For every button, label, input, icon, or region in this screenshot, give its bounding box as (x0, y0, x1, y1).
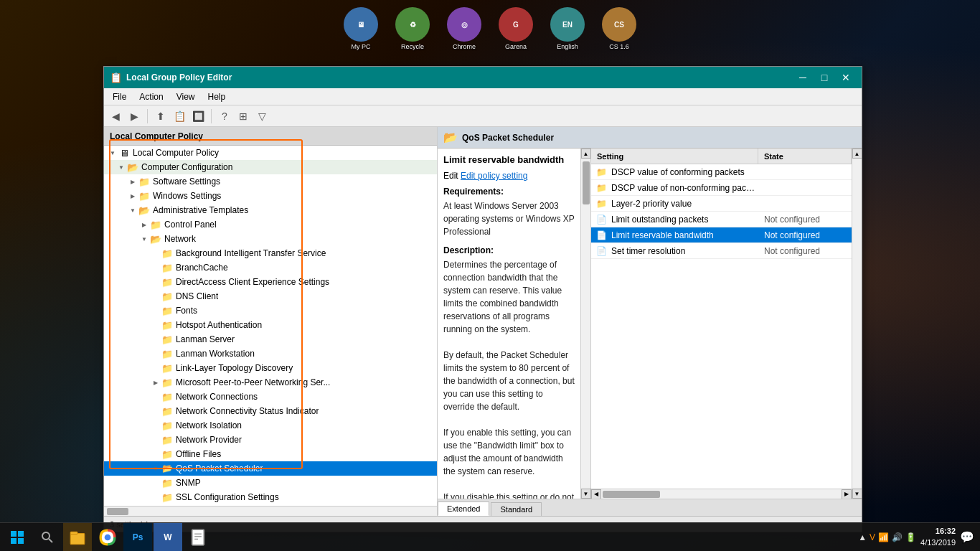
forward-button[interactable]: ▶ (126, 108, 143, 125)
policy-setting-link[interactable]: Edit policy setting (461, 171, 527, 181)
hscroll-right[interactable]: ▶ (842, 489, 852, 499)
dock-icon-english[interactable]: EN English (545, 6, 590, 52)
start-button[interactable] (0, 523, 34, 551)
tree-node-fonts[interactable]: Fonts (104, 303, 437, 318)
setting-row-dscp-conform[interactable]: 📁 DSCP value of conforming packets (591, 164, 852, 180)
taskbar-app-chrome[interactable] (93, 523, 122, 552)
settings-scroll-up[interactable]: ▲ (852, 149, 862, 159)
menu-view[interactable]: View (171, 90, 201, 103)
expander-ssl[interactable] (150, 491, 161, 503)
tree-node-cc[interactable]: ▼ Computer Configuration (104, 160, 437, 174)
tab-extended[interactable]: Extended (438, 501, 489, 516)
taskbar-app-photoshop[interactable]: Ps (123, 523, 152, 552)
setting-row-timer[interactable]: 📄 Set timer resolution Not configured (591, 243, 852, 259)
setting-row-limit-outstanding[interactable]: 📄 Limit outstanding packets Not configur… (591, 212, 852, 227)
expander-ws[interactable]: ▶ (127, 190, 138, 202)
settings-vscroll[interactable]: ▲ ▼ (852, 149, 862, 499)
menu-help[interactable]: Help (202, 90, 232, 103)
settings-scroll-down[interactable]: ▼ (852, 489, 862, 499)
expander-cp[interactable]: ▶ (138, 219, 150, 230)
expander-hotspot[interactable] (150, 319, 161, 331)
tree-node-ssl[interactable]: SSL Configuration Settings (104, 490, 437, 504)
expander-msp2p[interactable]: ▶ (150, 377, 161, 388)
filter-button[interactable]: ▽ (253, 108, 270, 125)
tree-content[interactable]: ▼ Local Computer Policy ▼ Computer Confi… (104, 146, 437, 506)
tab-standard[interactable]: Standard (491, 502, 542, 516)
expander-bits[interactable] (150, 248, 161, 259)
expander-lanwrk[interactable] (150, 348, 161, 359)
tree-node-bits[interactable]: Background Intelligent Transfer Service (104, 246, 437, 260)
tree-hscroll[interactable] (104, 506, 437, 516)
tree-node-hotspot[interactable]: Hotspot Authentication (104, 318, 437, 332)
menu-file[interactable]: File (107, 90, 132, 103)
tree-node-at[interactable]: ▼ Administrative Templates (104, 203, 437, 217)
setting-row-dscp-nonconform[interactable]: 📁 DSCP value of non-conforming packets (591, 180, 852, 196)
tree-node-netprov[interactable]: Network Provider (104, 433, 437, 447)
expander-cc[interactable]: ▼ (116, 161, 127, 173)
expander-netconn[interactable] (150, 391, 161, 402)
notification-icon[interactable]: 💬 (960, 530, 974, 544)
tree-node-lansvr[interactable]: Lanman Server (104, 332, 437, 347)
tree-node-da[interactable]: DirectAccess Client Experience Settings (104, 275, 437, 289)
expander-qos[interactable]: ▼ (150, 463, 161, 474)
tree-node-offline[interactable]: Offline Files (104, 447, 437, 461)
dock-icon-garena[interactable]: G Garena (493, 6, 539, 52)
tray-arrow[interactable]: ▲ (858, 532, 867, 542)
tree-node-snmp[interactable]: SNMP (104, 476, 437, 490)
taskbar-clock[interactable]: 16:32 4/13/2019 (920, 526, 956, 548)
expander-bc[interactable] (150, 262, 161, 273)
minimize-button[interactable]: ─ (793, 70, 813, 85)
tree-node-lcp[interactable]: ▼ Local Computer Policy (104, 146, 437, 160)
maximize-button[interactable]: □ (814, 70, 834, 85)
expander-offline[interactable] (150, 448, 161, 460)
tree-node-dns[interactable]: DNS Client (104, 289, 437, 303)
dock-icon-cs[interactable]: CS CS 1.6 (596, 6, 642, 52)
dock-icon-chrome[interactable]: ◎ Chrome (441, 6, 487, 52)
close-button[interactable]: ✕ (836, 70, 856, 85)
tree-node-cp[interactable]: ▶ Control Panel (104, 217, 437, 232)
setting-row-layer2[interactable]: 📁 Layer-2 priority value (591, 196, 852, 212)
tree-node-ws[interactable]: ▶ Windows Settings (104, 189, 437, 203)
desc-scroll-up[interactable]: ▲ (581, 149, 591, 159)
expander-netprov[interactable] (150, 434, 161, 446)
tree-node-netiso[interactable]: Network Isolation (104, 418, 437, 433)
help-button[interactable]: ? (216, 108, 233, 125)
setting-row-limit-reservable[interactable]: 📄 Limit reservable bandwidth Not configu… (591, 227, 852, 243)
taskbar-app-fileexplorer[interactable] (63, 523, 92, 552)
settings-hscroll[interactable]: ◀ ▶ (591, 489, 852, 499)
taskbar-search-button[interactable] (34, 523, 60, 551)
dock-icon-mypc[interactable]: 🖥 My PC (338, 6, 384, 52)
up-button[interactable]: ⬆ (152, 108, 169, 125)
expander-ss[interactable]: ▶ (127, 176, 138, 187)
show-hide-button[interactable]: 📋 (171, 108, 188, 125)
tree-node-net[interactable]: ▼ Network (104, 232, 437, 246)
tree-node-netconn2[interactable]: Network Connectivity Status Indicator (104, 404, 437, 418)
tree-node-lanwrk[interactable]: Lanman Workstation (104, 347, 437, 361)
taskbar-app-notepad[interactable] (184, 523, 212, 552)
desc-vscroll-bar[interactable]: ▲ ▼ (581, 149, 591, 499)
expander-dns[interactable] (150, 291, 161, 302)
expander-da[interactable] (150, 276, 161, 288)
settings-list[interactable]: 📁 DSCP value of conforming packets 📁 DSC… (591, 164, 852, 489)
expander-lcp[interactable]: ▼ (107, 147, 118, 159)
desc-scroll-down[interactable]: ▼ (581, 489, 591, 499)
menu-action[interactable]: Action (133, 90, 169, 103)
expander-netiso[interactable] (150, 420, 161, 431)
expander-lltd[interactable] (150, 362, 161, 374)
expander-netconn2[interactable] (150, 405, 161, 417)
hscroll-left[interactable]: ◀ (591, 489, 601, 499)
expander-at[interactable]: ▼ (127, 204, 138, 216)
tree-node-netconn[interactable]: Network Connections (104, 390, 437, 404)
tree-node-qos[interactable]: ▼ 📂 QoS Packet Scheduler (104, 461, 437, 476)
tree-node-ss[interactable]: ▶ Software Settings (104, 174, 437, 189)
back-button[interactable]: ◀ (107, 108, 124, 125)
taskbar-app-word[interactable]: W (154, 523, 182, 552)
expander-fonts[interactable] (150, 305, 161, 316)
tree-node-bc[interactable]: BranchCache (104, 260, 437, 275)
tree-node-msp2p[interactable]: ▶ Microsoft Peer-to-Peer Networking Ser.… (104, 375, 437, 390)
expander-lansvr[interactable] (150, 334, 161, 345)
tree-node-lltd[interactable]: Link-Layer Topology Discovery (104, 361, 437, 375)
grid-button[interactable]: ⊞ (235, 108, 252, 125)
expander-snmp[interactable] (150, 477, 161, 489)
properties-button[interactable]: 🔲 (189, 108, 207, 125)
